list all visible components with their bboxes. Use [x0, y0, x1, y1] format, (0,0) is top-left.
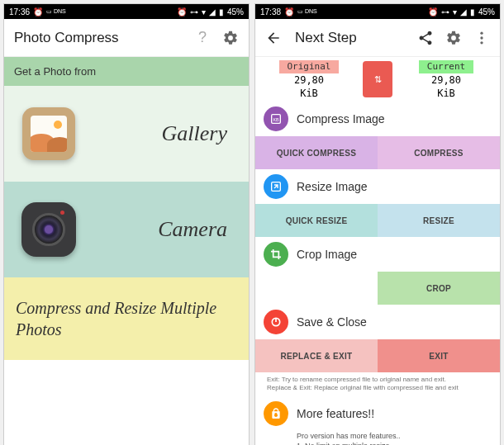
- quick-compress-button[interactable]: QUICK COMPRESS: [255, 136, 378, 169]
- help-icon[interactable]: ?: [194, 30, 211, 46]
- appbar: Next Step: [255, 19, 500, 57]
- current-stat: Current 29,80 KiB: [392, 59, 500, 100]
- share-icon[interactable]: [417, 30, 434, 46]
- signal-icon: ◢: [209, 7, 216, 17]
- crop-header: Crop Image: [255, 237, 500, 272]
- compress-title: Compress Image: [297, 112, 385, 125]
- more-sub: Pro version has more features..: [297, 431, 500, 442]
- status-time: 17:38: [260, 7, 281, 17]
- dns-icon: ▭ DNS: [46, 8, 66, 15]
- compress-icon: KB: [264, 107, 288, 131]
- stats-row: Original 29,80 KiB ⇅ Current 29,80 KiB: [255, 57, 500, 102]
- phone-left: 17:36 ⏰ ▭ DNS ⏰ ⊶ ▾ ◢ ▮ 45% Photo Compre…: [3, 3, 250, 445]
- overflow-icon[interactable]: [473, 30, 490, 46]
- multi-label: Compress and Resize Multiple Photos: [16, 299, 216, 338]
- svg-point-0: [480, 31, 483, 34]
- status-time: 17:36: [9, 7, 30, 17]
- app-title: Photo Compress: [14, 30, 183, 46]
- gallery-icon: [17, 102, 80, 165]
- alarm-icon: ⏰: [177, 7, 187, 17]
- power-icon: [264, 310, 288, 334]
- battery-pct: 45%: [227, 7, 244, 17]
- resize-button[interactable]: RESIZE: [378, 204, 500, 237]
- note-replace: Replace & Exit: Replace original file wi…: [267, 384, 488, 392]
- crop-title: Crop Image: [297, 248, 357, 261]
- camera-option[interactable]: Camera: [4, 182, 249, 277]
- footnote: Exit: Try to rename compressed file to o…: [255, 372, 500, 396]
- original-stat: Original 29,80 KiB: [255, 59, 363, 100]
- more-title: More features!!: [297, 407, 374, 420]
- gear-icon[interactable]: [222, 30, 239, 46]
- current-value: 29,80: [431, 74, 461, 86]
- resize-header: Resize Image: [255, 169, 500, 204]
- original-tag: Original: [279, 60, 340, 73]
- section-header: Get a Photo from: [4, 57, 249, 86]
- save-title: Save & Close: [297, 315, 367, 329]
- compress-header: KB Compress Image: [255, 102, 500, 136]
- multi-option[interactable]: Compress and Resize Multiple Photos: [4, 277, 249, 360]
- preview-thumb[interactable]: ⇅: [363, 61, 392, 97]
- wifi-icon: ▾: [453, 7, 457, 17]
- original-unit: KiB: [300, 88, 318, 99]
- current-tag: Current: [419, 60, 473, 73]
- battery-pct: 45%: [478, 7, 495, 17]
- quick-resize-button[interactable]: QUICK RESIZE: [255, 204, 378, 237]
- phone-right: 17:38 ⏰ ▭ DNS ⏰ ⊶ ▾ ◢ ▮ 45% Next Step: [254, 3, 501, 445]
- resize-title: Resize Image: [297, 180, 368, 193]
- more-header[interactable]: $ More features!!: [255, 396, 500, 431]
- camera-label: Camera: [90, 217, 235, 242]
- note-exit: Exit: Try to rename compressed file to o…: [267, 376, 488, 384]
- gallery-label: Gallery: [90, 121, 235, 146]
- battery-icon: ▮: [219, 7, 224, 17]
- statusbar: 17:38 ⏰ ▭ DNS ⏰ ⊶ ▾ ◢ ▮ 45%: [255, 4, 500, 19]
- empty-space: [4, 360, 249, 445]
- current-unit: KiB: [437, 88, 455, 99]
- vpn-icon: ⊶: [190, 7, 198, 17]
- alarm-icon: ⏰: [33, 7, 43, 17]
- gallery-option[interactable]: Gallery: [4, 86, 249, 182]
- alarm-icon: ⏰: [428, 7, 438, 17]
- appbar: Photo Compress ?: [4, 19, 249, 57]
- vpn-icon: ⊶: [441, 7, 449, 17]
- camera-icon: [17, 198, 80, 261]
- crop-button[interactable]: CROP: [378, 272, 500, 305]
- more-l1: 1. No limit on multiple resize.: [297, 441, 500, 445]
- save-header: Save & Close: [255, 305, 500, 339]
- alarm-icon: ⏰: [284, 7, 294, 17]
- svg-text:KB: KB: [273, 117, 279, 122]
- battery-icon: ▮: [470, 7, 475, 17]
- exit-button[interactable]: EXIT: [378, 339, 500, 372]
- signal-icon: ◢: [460, 7, 467, 17]
- more-features-list: Pro version has more features.. 1. No li…: [297, 431, 500, 445]
- gear-icon[interactable]: [445, 30, 462, 46]
- svg-point-1: [480, 36, 483, 39]
- wifi-icon: ▾: [202, 7, 206, 17]
- resize-icon: [264, 174, 288, 199]
- replace-exit-button[interactable]: REPLACE & EXIT: [255, 339, 378, 372]
- dns-icon: ▭ DNS: [297, 8, 317, 15]
- back-button[interactable]: [265, 30, 282, 46]
- original-value: 29,80: [294, 74, 324, 86]
- app-title: Next Step: [295, 30, 406, 46]
- statusbar: 17:36 ⏰ ▭ DNS ⏰ ⊶ ▾ ◢ ▮ 45%: [4, 4, 249, 19]
- compress-button[interactable]: COMPRESS: [378, 136, 500, 169]
- svg-point-2: [480, 41, 483, 44]
- crop-icon: [264, 242, 288, 267]
- more-icon: $: [264, 401, 288, 426]
